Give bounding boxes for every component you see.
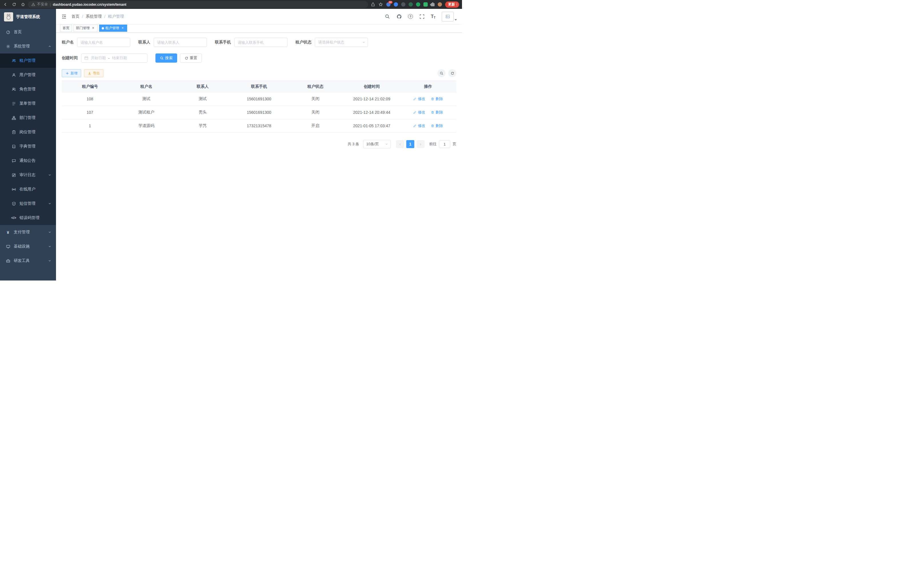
add-button[interactable]: 新增: [62, 69, 81, 77]
extension-icon[interactable]: [394, 2, 398, 7]
chevron-up-icon: [48, 45, 51, 48]
chevron-down-icon: [48, 173, 51, 177]
sidebar-item-online-users[interactable]: 在线用户: [0, 182, 56, 196]
sidebar: 芋道管理系统 首页 系统管理 租户管理 用户管理: [0, 9, 56, 281]
tab-dept-mgmt[interactable]: 部门管理 ×: [74, 25, 98, 32]
phone-input[interactable]: [234, 38, 287, 47]
column-header: 租户名: [118, 81, 174, 92]
page-1-button[interactable]: 1: [406, 140, 414, 148]
sidebar-item-sms-mgmt[interactable]: 短信管理: [0, 196, 56, 211]
delete-link[interactable]: 删除: [431, 123, 443, 128]
refresh-table-button[interactable]: [448, 69, 456, 77]
extension-icon[interactable]: 10: [386, 2, 391, 7]
search-button[interactable]: 搜索: [155, 53, 177, 63]
cell-phone: 17321315478: [231, 119, 287, 133]
sidebar-item-menu-mgmt[interactable]: 菜单管理: [0, 96, 56, 111]
delete-link[interactable]: 删除: [431, 110, 443, 115]
plus-icon: [65, 71, 69, 75]
extension-icon[interactable]: [423, 2, 428, 7]
sidebar-item-label: 基础设施: [14, 244, 30, 249]
cell-contact: 芋艿: [175, 119, 231, 133]
search-icon: [440, 71, 443, 75]
address-bar[interactable]: 不安全 | dashboard.yudao.iocoder.cn/system/…: [28, 1, 368, 8]
browser-chrome: 不安全 | dashboard.yudao.iocoder.cn/system/…: [0, 0, 462, 9]
tab-tenant-mgmt[interactable]: 租户管理 ×: [99, 25, 127, 32]
sidebar-item-system-mgmt[interactable]: 系统管理: [0, 39, 56, 53]
sidebar-item-error-code-mgmt[interactable]: </> 错误码管理: [0, 211, 56, 225]
close-icon[interactable]: ×: [121, 26, 124, 30]
reset-button[interactable]: 重置: [180, 53, 202, 63]
sidebar-item-user-mgmt[interactable]: 用户管理: [0, 68, 56, 82]
sidebar-item-post-mgmt[interactable]: 岗位管理: [0, 125, 56, 139]
extension-badge: 10: [388, 1, 393, 4]
fullscreen-icon[interactable]: [419, 14, 424, 19]
sidebar-item-infrastructure[interactable]: 基础设施: [0, 239, 56, 254]
chevron-down-icon: [48, 230, 51, 234]
search-icon[interactable]: [385, 14, 390, 19]
reload-icon[interactable]: [12, 2, 16, 7]
github-icon[interactable]: [396, 14, 402, 19]
cell-tenant-name: 测试租户: [118, 106, 174, 119]
sidebar-item-dev-tools[interactable]: 研发工具: [0, 254, 56, 268]
profile-avatar-icon[interactable]: [438, 2, 442, 7]
tenant-users-icon: [11, 58, 16, 63]
phone-filter: 联系手机: [215, 38, 287, 47]
contact-input[interactable]: [154, 38, 207, 47]
sidebar-item-payment-mgmt[interactable]: ¥ 支付管理: [0, 225, 56, 239]
font-size-icon[interactable]: TT: [431, 14, 435, 19]
sidebar-item-audit-log[interactable]: 审计日志: [0, 168, 56, 182]
add-button-label: 新增: [70, 71, 77, 76]
tab-home[interactable]: 首页: [60, 25, 72, 32]
search-icon: [160, 56, 164, 60]
sidebar-item-dict-mgmt[interactable]: 字典管理: [0, 139, 56, 153]
sidebar-toggle-icon[interactable]: [61, 14, 67, 20]
main-area: 首页 / 系统管理 / 租户管理 ? TT: [56, 9, 462, 281]
breadcrumb-item-home[interactable]: 首页: [71, 14, 80, 19]
extension-icon[interactable]: [409, 2, 413, 7]
book-icon: [11, 144, 16, 149]
browser-actions: 10 更新: [371, 2, 459, 8]
user-avatar[interactable]: [442, 12, 457, 21]
bookmark-star-icon[interactable]: [379, 2, 383, 7]
close-icon[interactable]: ×: [91, 26, 95, 30]
share-icon[interactable]: [371, 2, 375, 7]
pagination: 共 3 条 10条/页 ‹ 1 › 前往 页: [62, 140, 456, 148]
tenant-name-input[interactable]: [77, 38, 130, 47]
sidebar-item-dept-mgmt[interactable]: 部门管理: [0, 111, 56, 125]
active-dot: [102, 27, 104, 29]
cell-created: 2021-01-05 17:03:47: [344, 119, 400, 133]
code-icon: </>: [11, 216, 16, 220]
table-row: 1 芋道源码 芋艿 17321315478 开启 2021-01-05 17:0…: [62, 119, 456, 133]
extension-icon[interactable]: [416, 2, 420, 7]
sidebar-item-label: 部门管理: [20, 115, 35, 120]
edit-link[interactable]: 修改: [413, 123, 425, 128]
home-icon[interactable]: [21, 2, 25, 7]
export-button[interactable]: 导出: [84, 69, 104, 77]
toggle-search-button[interactable]: [437, 69, 446, 77]
cell-actions: 修改 删除: [400, 92, 456, 106]
breadcrumb-item-system[interactable]: 系统管理: [86, 14, 102, 19]
back-icon[interactable]: [3, 2, 8, 7]
status-select[interactable]: 请选择租户状态: [315, 38, 368, 47]
prev-page-button[interactable]: ‹: [396, 140, 404, 148]
extension-icon[interactable]: [401, 2, 405, 7]
goto-page-input[interactable]: [439, 140, 450, 148]
sidebar-item-role-mgmt[interactable]: 角色管理: [0, 82, 56, 96]
sidebar-item-notice[interactable]: 通知公告: [0, 153, 56, 168]
edit-link[interactable]: 修改: [413, 96, 425, 102]
date-start-placeholder: 开始日期: [91, 56, 106, 61]
browser-update-button[interactable]: 更新: [445, 2, 459, 8]
calendar-icon: [84, 56, 88, 60]
update-label: 更新: [448, 2, 455, 7]
delete-link[interactable]: 删除: [431, 96, 443, 102]
sidebar-item-tenant-mgmt[interactable]: 租户管理: [0, 53, 56, 68]
page-size-select[interactable]: 10条/页: [363, 140, 391, 148]
app-logo[interactable]: 芋道管理系统: [0, 9, 56, 25]
help-icon[interactable]: ?: [408, 14, 413, 19]
sidebar-item-home[interactable]: 首页: [0, 25, 56, 39]
next-page-button[interactable]: ›: [417, 140, 424, 148]
extensions-puzzle-icon[interactable]: [431, 3, 435, 6]
tenant-name-filter: 租户名: [62, 38, 130, 47]
date-range-picker[interactable]: 开始日期 - 结束日期: [81, 53, 147, 63]
edit-link[interactable]: 修改: [413, 110, 425, 115]
